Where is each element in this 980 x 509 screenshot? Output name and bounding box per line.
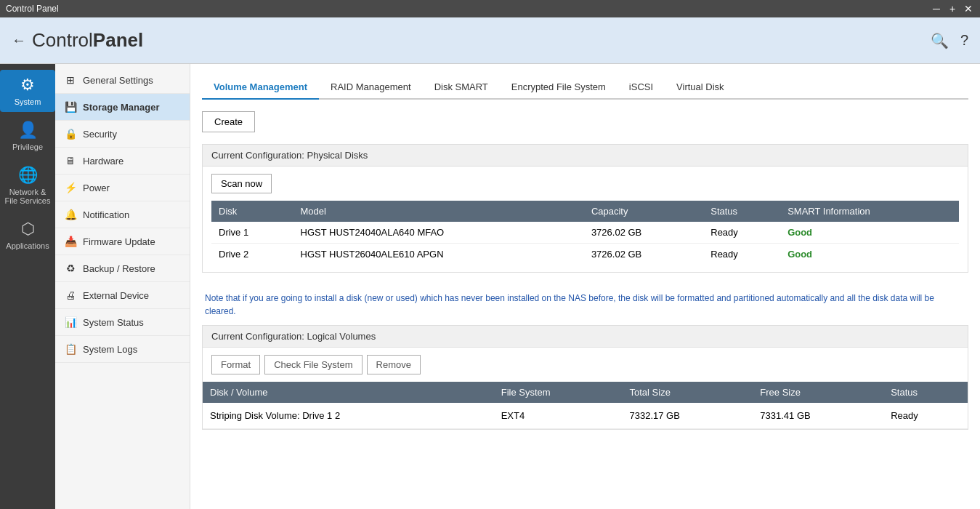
col-smart: SMART Information (780, 201, 959, 222)
app-header-left: ← ControlPanel (12, 29, 143, 52)
backup-restore-icon: ♻ (64, 262, 77, 275)
tab-raid-management[interactable]: RAID Management (319, 76, 423, 100)
power-icon: ⚡ (64, 181, 77, 194)
notification-icon: 🔔 (64, 208, 77, 221)
app-title: ControlPanel (32, 29, 143, 52)
create-button[interactable]: Create (202, 111, 255, 132)
lv-col-filesystem: File System (494, 382, 623, 403)
sidebar-label-power: Power (83, 183, 110, 193)
physical-disks-header: Current Configuration: Physical Disks (203, 145, 968, 167)
drive-row-1: Drive 1 HGST HUST24040ALA640 MFAO 3726.0… (211, 222, 959, 244)
tab-volume-management[interactable]: Volume Management (202, 76, 319, 100)
app-header: ← ControlPanel 🔍 ? (0, 17, 980, 64)
sidebar-item-general-settings[interactable]: ⊞ General Settings (55, 67, 190, 94)
sidebar-item-system-status[interactable]: 📊 System Status (55, 309, 190, 336)
lv-row-1: Striping Disk Volume: Drive 1 2 EXT4 733… (203, 403, 968, 429)
nav-item-network[interactable]: 🌐 Network & File Services (0, 160, 55, 211)
sidebar-label-general-settings: General Settings (83, 75, 153, 86)
check-file-system-button[interactable]: Check File System (264, 355, 362, 374)
close-button[interactable]: ✕ (963, 3, 974, 15)
drive1-capacity: 3726.02 GB (584, 222, 703, 244)
sidebar-item-system-logs[interactable]: 📋 System Logs (55, 336, 190, 363)
note-text: Note that if you are going to install a … (202, 284, 968, 325)
logical-volumes-section: Current Configuration: Logical Volumes F… (202, 325, 968, 430)
format-button[interactable]: Format (211, 355, 260, 374)
sidebar-item-power[interactable]: ⚡ Power (55, 175, 190, 201)
sidebar-item-storage-manager[interactable]: 💾 Storage Manager (55, 94, 190, 121)
col-disk: Disk (211, 201, 293, 222)
logical-volumes-header: Current Configuration: Logical Volumes (203, 326, 968, 348)
tab-encrypted-fs[interactable]: Encrypted File System (500, 76, 617, 100)
col-status: Status (703, 201, 780, 222)
app-title-bold: Panel (93, 29, 143, 51)
physical-disks-table: Disk Model Capacity Status SMART Informa… (211, 201, 959, 265)
general-settings-icon: ⊞ (64, 73, 77, 87)
nav-label-system: System (15, 97, 41, 106)
tab-disk-smart[interactable]: Disk SMART (423, 76, 500, 100)
nav-item-system[interactable]: ⚙ System (0, 70, 55, 112)
security-icon: 🔒 (64, 127, 77, 140)
drive-row-2: Drive 2 HGST HUST26040ALE610 APGN 3726.0… (211, 244, 959, 265)
col-capacity: Capacity (584, 201, 703, 222)
sidebar-label-external-device: External Device (83, 290, 149, 301)
nav-label-network: Network & File Services (3, 188, 52, 205)
lv1-total-size: 7332.17 GB (623, 403, 753, 429)
header-icons: 🔍 ? (931, 32, 968, 49)
left-nav: ⚙ System 👤 Privilege 🌐 Network & File Se… (0, 64, 55, 509)
privilege-icon: 👤 (18, 121, 38, 140)
search-icon[interactable]: 🔍 (931, 32, 949, 49)
system-logs-icon: 📋 (64, 342, 77, 356)
sidebar-label-system-logs: System Logs (83, 344, 137, 355)
sidebar-label-storage-manager: Storage Manager (83, 102, 159, 113)
tabs: Volume Management RAID Management Disk S… (202, 76, 968, 100)
system-status-icon: 📊 (64, 316, 77, 329)
drive2-model: HGST HUST26040ALE610 APGN (293, 244, 584, 265)
title-bar-text: Control Panel (6, 4, 59, 14)
nav-label-privilege: Privilege (12, 143, 43, 151)
applications-icon: ⬡ (21, 220, 35, 239)
logical-volumes-table: Disk / Volume File System Total Size Fre… (203, 382, 968, 429)
sidebar-item-notification[interactable]: 🔔 Notification (55, 201, 190, 228)
lv-col-free-size: Free Size (753, 382, 883, 403)
sidebar-item-hardware[interactable]: 🖥 Hardware (55, 148, 190, 175)
app-title-normal: Control (32, 29, 93, 51)
lv1-status: Ready (883, 403, 968, 429)
action-buttons: Format Check File System Remove (203, 348, 968, 382)
maximize-button[interactable]: + (947, 3, 958, 15)
physical-disks-body: Scan now Disk Model Capacity Status SMAR… (203, 167, 968, 272)
drive1-model: HGST HUST24040ALA640 MFAO (293, 222, 584, 244)
lv-col-status: Status (883, 382, 968, 403)
nav-item-privilege[interactable]: 👤 Privilege (0, 115, 55, 157)
sidebar-label-hardware: Hardware (83, 156, 123, 167)
sidebar-label-system-status: System Status (83, 317, 144, 328)
remove-button[interactable]: Remove (367, 355, 421, 374)
scan-now-button[interactable]: Scan now (211, 174, 272, 193)
title-bar-controls: ─ + ✕ (931, 3, 974, 15)
sidebar-item-backup-restore[interactable]: ♻ Backup / Restore (55, 255, 190, 282)
help-icon[interactable]: ? (960, 32, 968, 49)
minimize-button[interactable]: ─ (931, 3, 942, 15)
drive2-status: Ready (703, 244, 780, 265)
title-bar: Control Panel ─ + ✕ (0, 0, 980, 17)
lv1-free-size: 7331.41 GB (753, 403, 883, 429)
tab-iscsi[interactable]: iSCSI (617, 76, 665, 100)
sidebar-item-security[interactable]: 🔒 Security (55, 121, 190, 148)
external-device-icon: 🖨 (64, 289, 77, 302)
drive1-disk: Drive 1 (211, 222, 293, 244)
sidebar-label-firmware-update: Firmware Update (83, 236, 155, 247)
tab-virtual-disk[interactable]: Virtual Disk (665, 76, 736, 100)
drive2-smart: Good (780, 244, 959, 265)
storage-manager-icon: 💾 (64, 100, 77, 113)
lv1-filesystem: EXT4 (494, 403, 623, 429)
network-icon: 🌐 (18, 166, 38, 185)
back-button[interactable]: ← (12, 32, 26, 49)
sidebar-label-security: Security (83, 129, 117, 140)
lv1-disk-volume: Striping Disk Volume: Drive 1 2 (203, 403, 494, 429)
drive2-capacity: 3726.02 GB (584, 244, 703, 265)
sidebar-item-firmware-update[interactable]: 📥 Firmware Update (55, 228, 190, 255)
main-layout: ⚙ System 👤 Privilege 🌐 Network & File Se… (0, 64, 980, 509)
sidebar-item-external-device[interactable]: 🖨 External Device (55, 282, 190, 309)
nav-item-applications[interactable]: ⬡ Applications (0, 214, 55, 256)
drive1-status: Ready (703, 222, 780, 244)
col-model: Model (293, 201, 584, 222)
